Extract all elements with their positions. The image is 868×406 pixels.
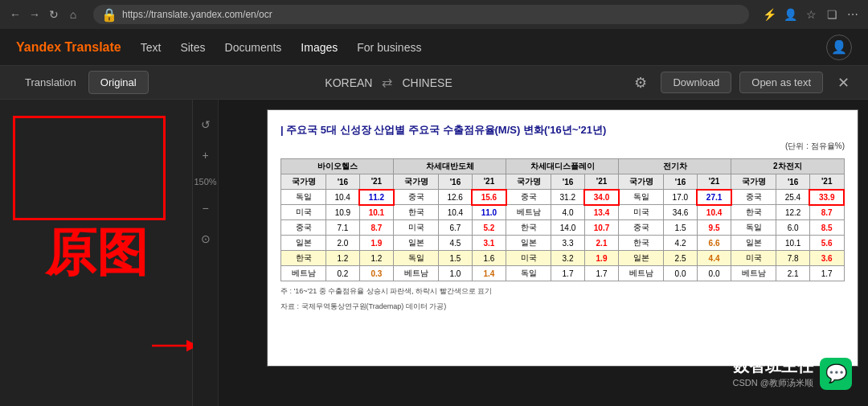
cell: 1.7 [584, 266, 618, 281]
url-text: https://translate.yandex.com/en/ocr [122, 9, 272, 20]
cell: 독일 [281, 190, 326, 205]
forward-icon[interactable]: → [27, 7, 42, 22]
cat-bio: 바이오헬스 [281, 159, 394, 174]
download-button[interactable]: Download [661, 72, 731, 93]
extensions-icon[interactable]: ⚡ [762, 7, 776, 22]
url-bar[interactable]: 🔒 https://translate.yandex.com/en/ocr [93, 5, 749, 24]
doc-note-2: 자료 : 국제무역통상연구원(Trademap) 데이터 가공) [280, 301, 845, 312]
wechat-logo: 💬 [820, 358, 852, 390]
cell: 일본 [506, 236, 551, 251]
toolbar-actions: ⚙ Download Open as text ✕ [628, 71, 855, 95]
document-area: | 주요국 5대 신성장 산업별 주요국 수출점유율(M/S) 변화('16년~… [267, 109, 858, 367]
nav-images[interactable]: Images [301, 38, 338, 57]
cell: 독일 [731, 220, 776, 236]
favorites-icon[interactable]: ☆ [804, 7, 818, 22]
zoom-level: 150% [194, 177, 216, 187]
cell: 일본 [731, 236, 776, 251]
col-bio-21: '21 [359, 174, 393, 190]
cell: 8.7 [359, 220, 393, 236]
cell: 1.9 [359, 236, 393, 251]
cell: 10.4 [326, 190, 360, 205]
more-icon[interactable]: ⋯ [845, 7, 860, 22]
tab-translation[interactable]: Translation [13, 71, 88, 94]
cat-semi: 차세대반도체 [394, 159, 506, 174]
cell: 베트남 [281, 266, 326, 281]
home-icon[interactable]: ⌂ [66, 7, 80, 22]
red-box-annotation [13, 116, 166, 220]
back-icon[interactable]: ← [8, 7, 23, 22]
col-disp-country: 국가명 [506, 174, 551, 190]
col-ev-country: 국가명 [619, 174, 664, 190]
wechat-name: 数智班主任 [733, 355, 813, 377]
cell: 4.4 [697, 251, 731, 266]
cell: 1.7 [809, 266, 844, 281]
wechat-sub: CSDN @教师汤米顺 [733, 377, 813, 389]
swap-icon[interactable]: ⇄ [382, 75, 392, 90]
open-as-text-button[interactable]: Open as text [739, 72, 823, 93]
lang-source: KOREAN [325, 76, 372, 89]
cell: 미국 [394, 220, 439, 236]
lang-switcher: KOREAN ⇄ CHINESE [149, 75, 629, 90]
cell: 10.4 [697, 205, 731, 220]
cell: 베트남 [394, 266, 439, 281]
cell: 9.5 [697, 220, 731, 236]
nav-business[interactable]: For business [357, 38, 421, 57]
nav-documents[interactable]: Documents [225, 38, 282, 57]
logo-product: Translate [61, 40, 121, 54]
doc-note-1: 주 : '16~'21 중 수출점유율 상승시 파란색, 하락시 빨간색으로 표… [280, 286, 845, 297]
collections-icon[interactable]: ❏ [825, 7, 839, 22]
history-icon[interactable]: ↺ [197, 116, 215, 133]
cell: 5.6 [809, 236, 844, 251]
nav-text[interactable]: Text [141, 38, 162, 57]
col-bat-country: 국가명 [731, 174, 776, 190]
cell: 중국 [281, 220, 326, 236]
table-header-cols: 국가명 '16 '21 국가명 '16 '21 국가명 '16 '21 국가명 … [281, 174, 845, 190]
col-disp-16: '16 [551, 174, 585, 190]
cell: 2.5 [664, 251, 698, 266]
cell: 중국 [731, 190, 776, 205]
fit-icon[interactable]: ⊙ [197, 230, 215, 248]
cell: 베트남 [506, 205, 551, 220]
refresh-icon[interactable]: ↻ [47, 7, 61, 22]
cell: 일본 [281, 236, 326, 251]
user-icon[interactable]: 👤 [826, 35, 852, 60]
cell: 1.0 [439, 266, 473, 281]
cell: 7.1 [326, 220, 360, 236]
cell: 2.0 [326, 236, 360, 251]
cell: 1.7 [551, 266, 585, 281]
lang-target: CHINESE [402, 76, 452, 89]
app-logo: Yandex Translate [16, 40, 121, 55]
col-semi-21: '21 [472, 174, 506, 190]
table-row: 일본 2.0 1.9 일본 4.5 3.1 일본 3.3 2.1 한국 4.2 … [281, 236, 845, 251]
profile-icon[interactable]: 👤 [783, 7, 797, 22]
cell: 27.1 [697, 190, 731, 205]
browser-actions: ⚡ 👤 ☆ ❏ ⋯ [762, 7, 860, 22]
lock-icon: 🔒 [101, 7, 117, 23]
cell: 일본 [394, 236, 439, 251]
table-row: 독일 10.4 11.2 중국 12.6 15.6 중국 31.2 34.0 독… [281, 190, 845, 205]
cell: 1.4 [472, 266, 506, 281]
cat-bat: 2차전지 [731, 159, 844, 174]
settings-icon-btn[interactable]: ⚙ [628, 71, 653, 95]
cell: 1.2 [359, 251, 393, 266]
cell: 31.2 [551, 190, 585, 205]
cell: 1.5 [439, 251, 473, 266]
cell: 3.6 [809, 251, 844, 266]
cell: 1.9 [584, 251, 618, 266]
col-ev-16: '16 [664, 174, 698, 190]
zoom-in-icon[interactable]: + [197, 146, 215, 164]
col-disp-21: '21 [584, 174, 618, 190]
nav-sites[interactable]: Sites [180, 38, 205, 57]
cell: 11.2 [359, 190, 393, 205]
cell: 한국 [619, 236, 664, 251]
table-row: 미국 10.9 10.1 한국 10.4 11.0 베트남 4.0 13.4 미… [281, 205, 845, 220]
close-button[interactable]: ✕ [831, 71, 855, 95]
original-label: 原图 [45, 218, 148, 288]
cell: 한국 [506, 220, 551, 236]
browser-controls: ← → ↻ ⌂ [8, 7, 80, 22]
tab-original[interactable]: Original [88, 71, 149, 94]
sidebar-icons: ↺ + 150% − ⊙ [193, 100, 219, 406]
table-row: 중국 7.1 8.7 미국 6.7 5.2 한국 14.0 10.7 중국 1.… [281, 220, 845, 236]
cell: 베트남 [731, 266, 776, 281]
zoom-out-icon[interactable]: − [197, 199, 215, 217]
